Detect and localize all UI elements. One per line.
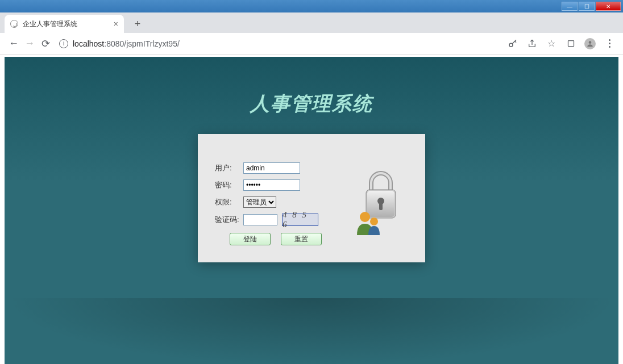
- login-button[interactable]: 登陆: [230, 233, 271, 245]
- password-label: 密码:: [215, 180, 243, 190]
- captcha-label: 验证码:: [215, 215, 243, 225]
- reload-button[interactable]: ⟳: [38, 36, 53, 52]
- address-bar[interactable]: i localhost:8080/jspmITrlzyxt95/: [59, 36, 499, 52]
- extensions-icon[interactable]: [563, 36, 579, 52]
- user-label: 用户:: [215, 163, 243, 173]
- browser-tab-active[interactable]: 企业人事管理系统 ×: [5, 15, 124, 33]
- role-select[interactable]: 管理员: [243, 196, 276, 208]
- back-button[interactable]: ←: [6, 36, 22, 52]
- svg-point-7: [360, 212, 370, 222]
- password-input[interactable]: [243, 179, 300, 191]
- toolbar-right: ☆: [505, 36, 617, 52]
- page-body: 人事管理系统 用户: 密码: 权限: 管理员 验证码: 4 8 5 6 登陆 重…: [5, 57, 618, 364]
- site-info-icon[interactable]: i: [59, 39, 68, 48]
- svg-point-0: [509, 43, 513, 47]
- captcha-input[interactable]: [243, 214, 277, 225]
- username-input[interactable]: [243, 162, 300, 174]
- role-label: 权限:: [215, 197, 243, 207]
- profile-avatar-icon[interactable]: [582, 36, 598, 52]
- svg-point-8: [370, 217, 378, 225]
- bookmark-star-icon[interactable]: ☆: [543, 36, 559, 52]
- key-icon[interactable]: [505, 36, 521, 52]
- forward-button[interactable]: →: [22, 36, 38, 52]
- page-viewport: 人事管理系统 用户: 密码: 权限: 管理员 验证码: 4 8 5 6 登陆 重…: [0, 55, 623, 364]
- svg-rect-1: [568, 41, 574, 47]
- svg-point-2: [589, 41, 592, 44]
- window-close-button[interactable]: ✕: [596, 2, 621, 11]
- window-minimize-button[interactable]: —: [562, 2, 578, 11]
- window-titlebar: — ☐ ✕: [0, 0, 623, 12]
- reset-button[interactable]: 重置: [281, 233, 322, 245]
- browser-toolbar: ← → ⟳ i localhost:8080/jspmITrlzyxt95/ ☆: [0, 33, 623, 55]
- svg-rect-6: [379, 202, 383, 210]
- menu-icon[interactable]: [601, 36, 617, 52]
- share-icon[interactable]: [524, 36, 540, 52]
- globe-icon: [10, 20, 18, 28]
- new-tab-button[interactable]: +: [130, 16, 146, 32]
- tab-title: 企业人事管理系统: [23, 19, 77, 29]
- tab-close-icon[interactable]: ×: [114, 19, 118, 28]
- url-text: localhost:8080/jspmITrlzyxt95/: [73, 39, 180, 48]
- page-title: 人事管理系统: [5, 91, 618, 117]
- captcha-image[interactable]: 4 8 5 6: [282, 214, 318, 226]
- window-maximize-button[interactable]: ☐: [579, 2, 595, 11]
- login-panel: 用户: 密码: 权限: 管理员 验证码: 4 8 5 6 登陆 重置: [198, 134, 425, 262]
- browser-tab-bar: 企业人事管理系统 × +: [0, 12, 623, 33]
- lock-users-icon: [351, 168, 408, 239]
